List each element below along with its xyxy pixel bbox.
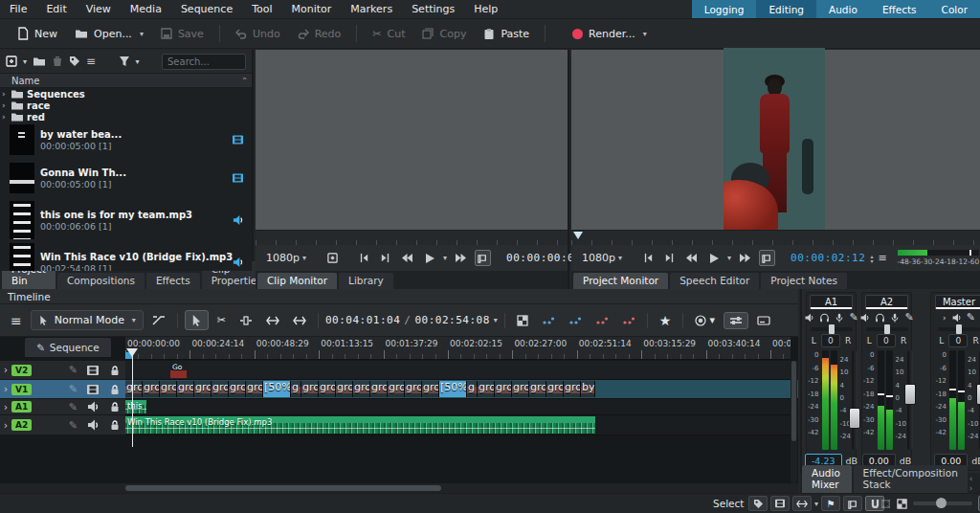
monitor-menu-button[interactable]: ≡ xyxy=(878,252,886,264)
lock-icon[interactable] xyxy=(108,419,122,431)
fader-handle[interactable] xyxy=(904,384,916,405)
open-button[interactable]: Open...▾ xyxy=(67,24,151,44)
sequence-tab[interactable]: ✎ Sequence xyxy=(25,338,111,357)
zoom-out-icon[interactable] xyxy=(897,499,907,509)
timeline-clip[interactable]: g xyxy=(291,381,301,397)
record-icon[interactable] xyxy=(890,313,900,323)
menu-item[interactable]: Media xyxy=(121,0,171,19)
chevron-down-icon[interactable]: ▾ xyxy=(136,57,140,66)
resolution-dropdown[interactable]: 1080p▾ xyxy=(263,250,309,266)
chevron-down-icon[interactable]: ▾ xyxy=(443,254,447,262)
volume-fader[interactable] xyxy=(907,350,913,450)
chevron-right-icon[interactable]: › xyxy=(4,402,8,413)
timeline-clip[interactable]: gro xyxy=(546,381,564,397)
seek-playhead[interactable] xyxy=(573,232,583,239)
pencil-icon[interactable]: ✎ xyxy=(69,364,78,376)
forward-button[interactable] xyxy=(452,251,470,265)
workspace-tab[interactable]: Effects xyxy=(870,0,929,18)
timeline-position[interactable]: 00:04:01:04 xyxy=(325,314,400,326)
snap-toggle-button[interactable] xyxy=(590,313,613,328)
chevron-right-icon[interactable]: › xyxy=(4,420,8,431)
menu-item[interactable]: File xyxy=(0,0,36,19)
tab-compositions[interactable]: Compositions xyxy=(57,273,145,289)
workspace-tab[interactable]: Editing xyxy=(756,0,816,18)
playhead[interactable] xyxy=(126,348,138,357)
bin-menu-button[interactable]: ≡ xyxy=(86,55,96,68)
bin-clip-row[interactable]: Gonna Win Th... 00:00:05:00 [1] xyxy=(10,163,252,193)
project-monitor-seekbar[interactable] xyxy=(571,230,980,245)
workspace-tab[interactable]: Logging xyxy=(692,0,757,18)
timeline-clip[interactable]: gro xyxy=(512,381,529,397)
tab-speech-editor[interactable]: Speech Editor xyxy=(670,273,759,289)
film-icon[interactable] xyxy=(86,365,100,376)
track-v2-content[interactable]: Go xyxy=(125,361,798,380)
lock-icon[interactable] xyxy=(108,401,122,413)
pan-slider[interactable] xyxy=(866,327,908,331)
tab-effects[interactable]: Effects xyxy=(146,273,200,289)
arrows-icon[interactable] xyxy=(792,496,812,511)
chevron-down-icon[interactable]: ▾ xyxy=(23,57,27,66)
timeline-horizontal-scrollbar[interactable] xyxy=(0,483,798,493)
favorite-effects-button[interactable]: ★ xyxy=(655,310,677,331)
tags-button[interactable] xyxy=(69,56,80,67)
timeline-clip[interactable]: gro xyxy=(388,381,405,397)
pencil-icon[interactable]: ✎ xyxy=(69,383,78,395)
audio-mixer-toggle[interactable] xyxy=(724,312,748,329)
timeline-ruler[interactable]: 00:00:00:0000:00:24:1400:00:48:2900:01:1… xyxy=(125,337,791,360)
scrollbar-thumb[interactable] xyxy=(125,485,441,491)
pencil-icon[interactable]: ✎ xyxy=(69,401,78,413)
bin-folder-row[interactable]: › race xyxy=(0,100,252,111)
chevron-down-icon[interactable]: ▾ xyxy=(814,500,818,508)
zoom-slider-handle[interactable] xyxy=(936,498,947,508)
bin-column-header[interactable]: Name⌃ xyxy=(0,73,252,88)
timeline-clip[interactable]: by xyxy=(581,381,595,397)
timeline-clip[interactable]: g xyxy=(467,381,478,397)
slip-tool-button[interactable] xyxy=(261,313,284,328)
film-icon[interactable] xyxy=(86,384,100,395)
timeline-clip[interactable]: gro xyxy=(319,381,336,397)
chevron-down-icon[interactable]: ▾ xyxy=(494,316,498,324)
forward-button[interactable] xyxy=(736,251,754,265)
chevron-down-icon[interactable]: ▾ xyxy=(727,254,731,262)
timeline-clip[interactable]: gro xyxy=(564,381,581,397)
rewind-button[interactable] xyxy=(398,251,416,265)
menu-item[interactable]: Sequence xyxy=(171,0,242,19)
chevron-right-icon[interactable]: › xyxy=(4,365,8,375)
zoom-fit-icon[interactable] xyxy=(880,499,891,509)
set-out-point-button[interactable] xyxy=(661,251,678,265)
menu-item[interactable]: Monitor xyxy=(282,0,342,19)
timeline-clip[interactable]: Go xyxy=(170,362,187,378)
new-button[interactable]: New xyxy=(10,23,65,44)
mute-icon[interactable] xyxy=(859,313,870,323)
tab-scroll-arrows[interactable]: ‹ › xyxy=(969,474,978,493)
track-header-a1[interactable]: › A1 ✎ xyxy=(0,399,125,415)
collapse-icon[interactable]: › xyxy=(943,313,947,323)
play-button[interactable] xyxy=(421,251,438,266)
timeline-menu-button[interactable]: ≡ xyxy=(6,310,27,331)
track-v1-content[interactable]: grogrogrogrogrogrogrogro[50%]ggrogrogrog… xyxy=(125,380,798,399)
paste-button[interactable]: Paste xyxy=(476,24,537,44)
zone-mode-button[interactable] xyxy=(475,250,491,266)
chevron-right-icon[interactable]: › xyxy=(2,89,11,99)
timeline-clip[interactable]: gro xyxy=(229,381,246,397)
timeline-clip[interactable]: gro xyxy=(529,381,546,397)
track-header-v1[interactable]: › V1 ✎ xyxy=(0,380,125,399)
filter-button[interactable] xyxy=(119,56,130,67)
timeline-clip[interactable]: gro xyxy=(336,381,353,397)
effects-icon[interactable]: ✎ xyxy=(904,311,913,323)
razor-tool-button[interactable]: ✂ xyxy=(212,311,231,329)
pencil-icon[interactable]: ✎ xyxy=(69,419,78,432)
timeline-clip[interactable]: gro xyxy=(353,381,370,397)
track-header-v2[interactable]: › V2 ✎ xyxy=(0,361,125,380)
record-button[interactable]: ▾ xyxy=(690,311,720,329)
tab-effect-stack[interactable]: Effect/Composition Stack xyxy=(854,465,968,493)
fader-handle[interactable] xyxy=(976,384,980,405)
timeline-clip[interactable]: this xyxy=(125,400,146,413)
show-thumbnails-button[interactable] xyxy=(512,312,533,329)
track-label[interactable]: V1 xyxy=(11,384,32,395)
tab-audio-mixer[interactable]: Audio Mixer xyxy=(802,465,852,493)
timeline-clip[interactable]: gro xyxy=(301,381,319,397)
zone-mode-button[interactable] xyxy=(759,250,775,266)
clip-monitor-timecode[interactable]: 00:00:00:00 xyxy=(506,252,581,264)
workspace-tab[interactable]: Color xyxy=(929,0,980,18)
